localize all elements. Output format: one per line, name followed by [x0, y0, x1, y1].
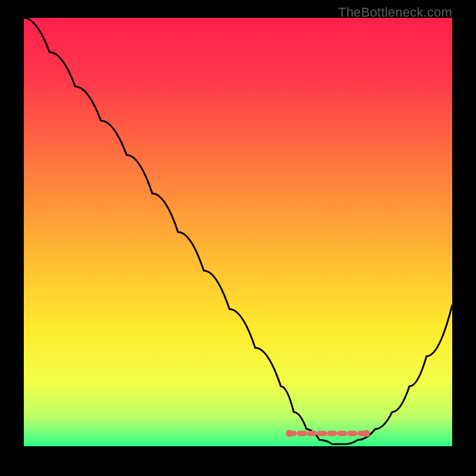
optimal-band — [286, 430, 370, 437]
plot-area — [24, 18, 452, 446]
svg-point-2 — [363, 430, 370, 437]
chart-frame: TheBottleneck.com — [0, 0, 476, 476]
svg-point-1 — [286, 430, 293, 437]
bottleneck-curve — [24, 18, 452, 444]
curve-layer — [24, 18, 452, 446]
